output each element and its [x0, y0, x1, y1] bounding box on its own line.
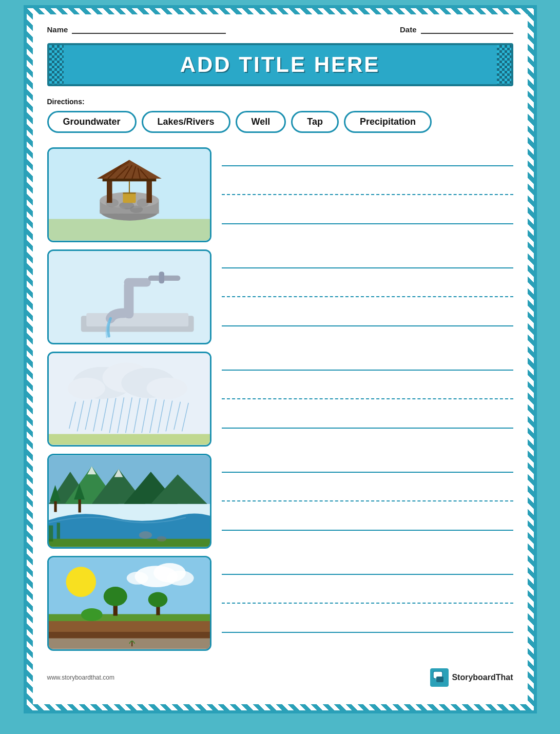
- line-solid-7[interactable]: [222, 472, 513, 473]
- worksheet-page: Name Date ADD TITLE HERE Directions: Gro…: [24, 5, 537, 713]
- line-solid-5[interactable]: [222, 370, 513, 371]
- line-solid-6[interactable]: [222, 428, 513, 429]
- line-solid-8[interactable]: [222, 530, 513, 531]
- svg-rect-26: [86, 313, 188, 326]
- content-rows: [47, 147, 513, 653]
- line-solid-9[interactable]: [222, 574, 513, 575]
- word-pill-lakes-rivers[interactable]: Lakes/Rivers: [142, 111, 230, 133]
- header-row: Name Date: [47, 24, 513, 34]
- svg-rect-77: [49, 621, 210, 633]
- lines-groundwater: [222, 556, 513, 651]
- line-solid-3[interactable]: [222, 267, 513, 268]
- svg-rect-30: [159, 272, 164, 283]
- lines-well: [222, 147, 513, 242]
- svg-point-36: [146, 378, 187, 399]
- word-bank: Groundwater Lakes/Rivers Well Tap Precip…: [47, 111, 513, 133]
- footer: www.storyboardthat.com StoryboardThat: [47, 663, 513, 687]
- word-pill-groundwater[interactable]: Groundwater: [47, 111, 137, 133]
- svg-point-84: [81, 608, 102, 621]
- footer-url: www.storyboardthat.com: [47, 674, 114, 681]
- line-dashed-3[interactable]: [222, 398, 513, 399]
- directions-label: Directions:: [47, 98, 513, 106]
- image-well: [47, 147, 211, 242]
- word-pill-precipitation[interactable]: Precipitation: [344, 111, 432, 133]
- lines-river: [222, 454, 513, 549]
- name-label: Name: [47, 25, 68, 34]
- row-river: [47, 454, 513, 549]
- lines-tap: [222, 249, 513, 344]
- line-dashed-5[interactable]: [222, 603, 513, 604]
- title-text: ADD TITLE HERE: [180, 52, 380, 76]
- svg-rect-66: [49, 526, 53, 542]
- line-solid-4[interactable]: [222, 325, 513, 326]
- svg-point-8: [111, 206, 125, 214]
- svg-point-75: [126, 572, 148, 585]
- svg-rect-28: [124, 278, 150, 287]
- image-river: [47, 454, 211, 549]
- svg-point-68: [139, 531, 151, 539]
- svg-rect-67: [56, 523, 60, 538]
- line-solid-2[interactable]: [222, 223, 513, 224]
- storyboardthat-icon: [430, 668, 449, 687]
- footer-logo: StoryboardThat: [430, 668, 513, 687]
- svg-rect-63: [78, 497, 81, 512]
- svg-rect-52: [49, 434, 210, 445]
- svg-point-83: [148, 592, 167, 607]
- name-line[interactable]: [72, 24, 226, 34]
- row-groundwater: [47, 556, 513, 651]
- footer-logo-text: StoryboardThat: [452, 673, 513, 682]
- svg-rect-65: [49, 539, 210, 547]
- title-banner[interactable]: ADD TITLE HERE: [47, 43, 513, 86]
- date-field: Date: [400, 24, 513, 34]
- image-groundwater: [47, 556, 211, 651]
- line-dashed-1[interactable]: [222, 194, 513, 195]
- word-pill-tap[interactable]: Tap: [291, 111, 339, 133]
- svg-point-71: [66, 567, 96, 597]
- svg-point-74: [167, 571, 194, 586]
- row-tap: [47, 249, 513, 344]
- word-pill-well[interactable]: Well: [236, 111, 286, 133]
- date-label: Date: [400, 25, 417, 34]
- image-tap: [47, 249, 211, 344]
- svg-point-9: [130, 205, 143, 213]
- row-rain: [47, 352, 513, 447]
- date-line[interactable]: [421, 24, 513, 34]
- svg-point-35: [67, 378, 105, 399]
- line-dashed-4[interactable]: [222, 500, 513, 501]
- svg-rect-89: [436, 677, 443, 682]
- svg-rect-1: [49, 219, 210, 241]
- lines-rain: [222, 352, 513, 447]
- line-dashed-2[interactable]: [222, 296, 513, 297]
- name-field: Name: [47, 24, 226, 34]
- svg-rect-22: [123, 193, 136, 203]
- image-rain: [47, 352, 211, 447]
- line-solid-10[interactable]: [222, 632, 513, 633]
- line-solid-1[interactable]: [222, 165, 513, 166]
- row-well: [47, 147, 513, 242]
- svg-point-81: [103, 587, 127, 606]
- svg-point-69: [157, 536, 166, 542]
